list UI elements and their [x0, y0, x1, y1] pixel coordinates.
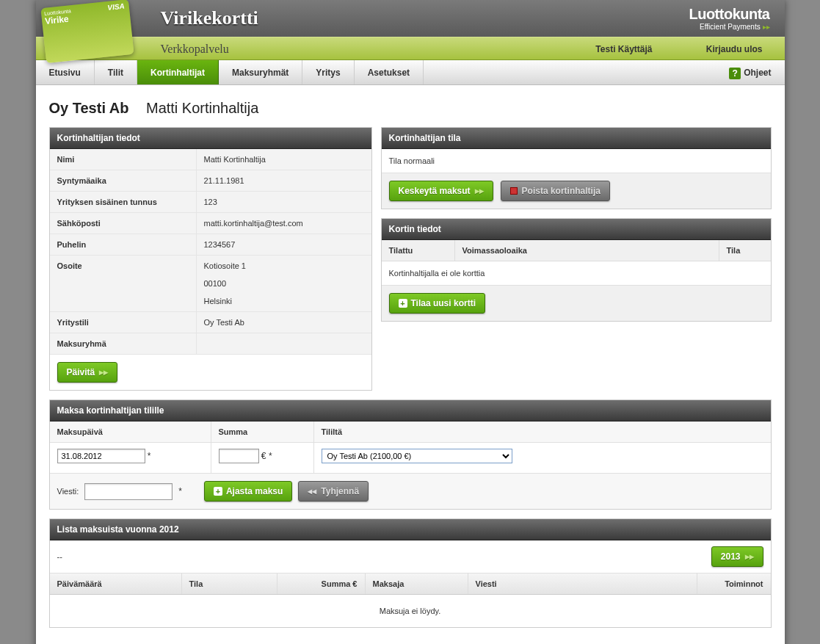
holder-row: NimiMatti Kortinhaltija: [50, 149, 371, 170]
nav-help[interactable]: ?Ohjeet: [716, 60, 784, 84]
nav-asetukset[interactable]: Asetukset: [355, 60, 424, 84]
holder-row-value: matti.kortinhaltija@test.com: [197, 213, 371, 234]
holder-row-value: Kotiosoite 100100Helsinki: [197, 256, 371, 311]
main-nav: Etusivu Tilit Kortinhaltijat Maksuryhmät…: [36, 60, 785, 85]
pay-date-label: Maksupäivä: [50, 422, 211, 443]
current-user: Testi Käyttäjä: [595, 37, 652, 61]
header-top: Luottokunta Virike VISA Virikekortti Luo…: [36, 0, 785, 37]
holder-details-panel: Kortinhaltijan tiedot NimiMatti Kortinha…: [49, 127, 372, 391]
remove-holder-button[interactable]: Poista kortinhaltija: [501, 181, 610, 201]
holder-row-value: [197, 333, 371, 354]
year-prev: --: [57, 552, 711, 561]
holder-row: OsoiteKotiosoite 100100Helsinki: [50, 256, 371, 312]
arrow-icon: ▸▸: [475, 186, 484, 196]
card-image: Luottokunta Virike VISA: [40, 0, 134, 63]
header-subbar: Verkkopalvelu Testi Käyttäjä Kirjaudu ul…: [36, 37, 785, 60]
holder-row: Puhelin1234567: [50, 234, 371, 256]
payment-list-empty: Maksuja ei löydy.: [50, 595, 771, 627]
pay-account-select[interactable]: Oy Testi Ab (2100,00 €): [322, 449, 512, 463]
holder-row: Syntymäaika21.11.1981: [50, 170, 371, 192]
app-title: Virikekortti: [161, 0, 258, 29]
nav-kortinhaltijat[interactable]: Kortinhaltijat: [137, 60, 219, 84]
pay-message-input[interactable]: [84, 483, 173, 500]
plus-icon: +: [214, 487, 222, 496]
holder-row-value: 1234567: [197, 234, 371, 255]
nav-maksuryhmat[interactable]: Maksuryhmät: [219, 60, 302, 84]
nav-etusivu[interactable]: Etusivu: [36, 60, 95, 84]
card-table-header: Tilattu Voimassaoloaika Tila: [382, 240, 771, 261]
pay-panel: Maksa kortinhaltijan tilille Maksupäivä …: [49, 399, 772, 510]
plus-icon: +: [399, 299, 407, 308]
holder-details-title: Kortinhaltijan tiedot: [50, 128, 371, 149]
app-subtitle: Verkkopalvelu: [161, 43, 229, 55]
pay-sum-input[interactable]: [219, 449, 259, 463]
logout-link[interactable]: Kirjaudu ulos: [706, 37, 763, 61]
pay-message-label: Viesti:: [57, 487, 79, 496]
holder-row-key: Nimi: [50, 149, 197, 170]
pay-panel-title: Maksa kortinhaltijan tilille: [50, 400, 771, 422]
payment-list-panel: Lista maksuista vuonna 2012 -- 2013▸▸ Pä…: [49, 518, 772, 628]
holder-row: Maksuryhmä: [50, 333, 371, 355]
holder-row-key: Maksuryhmä: [50, 333, 197, 354]
arrow-icon: ▸▸: [745, 551, 754, 562]
holder-row-key: Yrityksen sisäinen tunnus: [50, 192, 197, 212]
holder-row: Yrityksen sisäinen tunnus123: [50, 192, 371, 213]
help-icon: ?: [729, 68, 741, 79]
order-card-button[interactable]: +Tilaa uusi kortti: [389, 293, 485, 314]
breadcrumb-company: Oy Testi Ab: [49, 100, 129, 116]
holder-status-text: Tila normaali: [382, 149, 771, 173]
minus-icon: [510, 187, 518, 195]
update-button[interactable]: Päivitä▸▸: [57, 362, 118, 383]
holder-row-key: Yritystili: [50, 312, 197, 333]
holder-row-key: Syntymäaika: [50, 170, 197, 191]
holder-row-value: Oy Testi Ab: [197, 312, 371, 333]
payment-list-header: Päivämäärä Tila Summa € Maksaja Viesti T…: [50, 574, 771, 595]
holder-row-key: Puhelin: [50, 234, 197, 255]
rewind-icon: ◂◂: [308, 486, 316, 496]
pay-sum-label: Summa: [211, 422, 313, 443]
holder-row-value: 21.11.1981: [197, 170, 371, 191]
holder-row-value: Matti Kortinhaltija: [197, 149, 371, 170]
nav-tilit[interactable]: Tilit: [95, 60, 137, 84]
clear-button[interactable]: ◂◂Tyhjennä: [298, 481, 369, 502]
holder-status-title: Kortinhaltijan tila: [382, 128, 771, 149]
year-next-button[interactable]: 2013▸▸: [711, 546, 763, 567]
card-info-panel: Kortin tiedot Tilattu Voimassaoloaika Ti…: [381, 218, 772, 322]
holder-status-panel: Kortinhaltijan tila Tila normaali Keskey…: [381, 127, 772, 209]
arrow-icon: ▸▸: [99, 367, 108, 377]
pay-date-input[interactable]: [57, 449, 145, 463]
holder-row-value: 123: [197, 192, 371, 212]
holder-row: Sähköpostimatti.kortinhaltija@test.com: [50, 213, 371, 234]
card-info-title: Kortin tiedot: [382, 219, 771, 240]
suspend-payments-button[interactable]: Keskeytä maksut▸▸: [389, 181, 493, 201]
breadcrumb-person: Matti Kortinhaltija: [146, 100, 258, 116]
pay-account-label: Tililtä: [314, 422, 771, 443]
breadcrumb: Oy Testi Ab Matti Kortinhaltija: [49, 95, 772, 127]
company-logo: Luottokunta Efficient Payments ▸▸: [689, 6, 769, 31]
payment-list-title: Lista maksuista vuonna 2012: [50, 519, 771, 540]
schedule-payment-button[interactable]: +Ajasta maksu: [204, 481, 292, 502]
holder-row: YritystiliOy Testi Ab: [50, 312, 371, 333]
card-empty-text: Kortinhaltijalla ei ole korttia: [382, 261, 771, 285]
holder-row-key: Osoite: [50, 256, 197, 311]
nav-yritys[interactable]: Yritys: [302, 60, 354, 84]
holder-row-key: Sähköposti: [50, 213, 197, 234]
